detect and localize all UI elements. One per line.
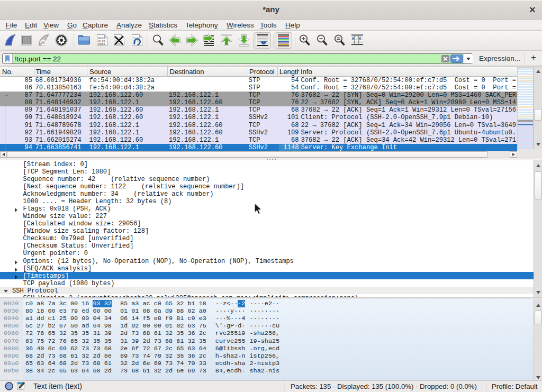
svg-text:0011: 0011 — [98, 43, 105, 46]
